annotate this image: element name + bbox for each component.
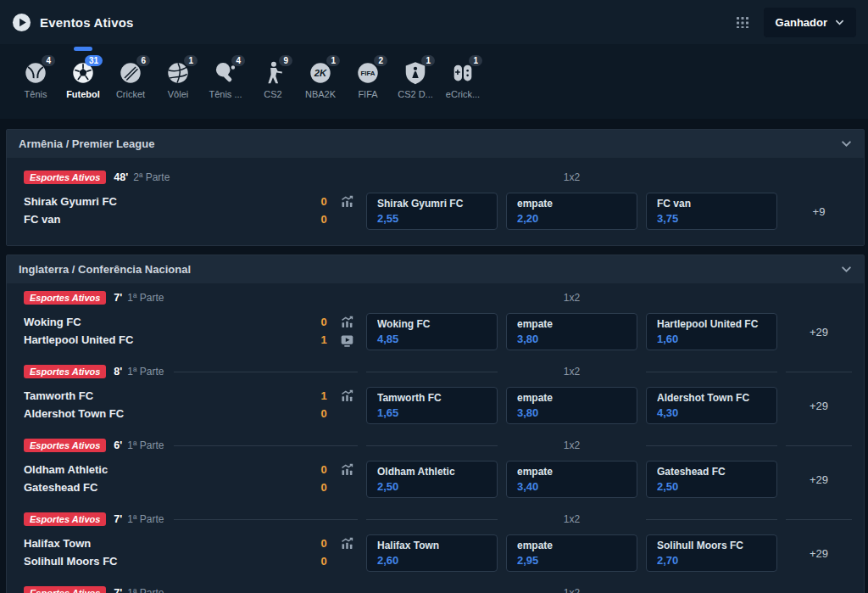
stats-icon[interactable] — [340, 536, 354, 551]
league-header[interactable]: Armênia / Premier League — [7, 130, 864, 158]
more-markets-count[interactable]: +29 — [786, 313, 852, 350]
sports-bar: 4 Tênis 31 Futebol 6 Cricket 1 Vôlei 4 T… — [0, 44, 868, 119]
odds-button-home[interactable]: Shirak Gyumri FC 2,55 — [366, 193, 498, 230]
away-team-name: Aldershot Town FC — [24, 405, 310, 422]
sport-label: Vôlei — [168, 89, 188, 99]
sport-tab-tennis[interactable]: 4 Tênis — [12, 44, 59, 119]
odds-value: 1,65 — [377, 406, 487, 419]
live-badge: Esportes Ativos — [24, 171, 106, 184]
sport-count-badge: 1 — [184, 55, 198, 66]
odds-label: Solihull Moors FC — [657, 540, 766, 551]
stats-icon[interactable] — [340, 194, 354, 209]
more-markets-count[interactable]: +29 — [786, 461, 852, 498]
home-team-name: Tamworth FC — [24, 387, 310, 405]
sport-tab-nba2k[interactable]: 2K 1 NBA2K — [297, 44, 344, 119]
svg-text:FIFA: FIFA — [360, 70, 375, 77]
match-teams[interactable]: Oldham Athletic Gateshead FC 0 0 — [24, 461, 358, 498]
more-markets-count[interactable]: +29 — [786, 534, 852, 572]
active-sport-indicator — [74, 47, 92, 51]
match-teams[interactable]: Woking FC Hartlepool United FC 0 1 — [24, 313, 358, 350]
chevron-down-icon[interactable] — [841, 264, 852, 275]
away-team-name: FC van — [24, 210, 310, 228]
home-score: 0 — [317, 313, 331, 331]
events-list: Armênia / Premier League Esportes Ativos… — [0, 119, 868, 593]
match-teams[interactable]: Shirak Gyumri FC FC van 0 0 — [24, 193, 358, 230]
divider-line — [786, 372, 852, 372]
sport-tab-cs2[interactable]: 9 CS2 — [249, 44, 297, 119]
odds-value: 1,60 — [657, 333, 766, 345]
odds-button-away[interactable]: Aldershot Town FC 4,30 — [646, 387, 777, 424]
odds-button-away[interactable]: Gateshead FC 2,50 — [646, 461, 777, 498]
match-period: 1ª Parte — [127, 587, 164, 593]
league-title: Inglaterra / Conferência Nacional — [19, 263, 191, 276]
odds-label: Aldershot Town FC — [657, 392, 766, 404]
match-teams[interactable]: Tamworth FC Aldershot Town FC 1 0 — [24, 387, 358, 424]
odds-label: empate — [517, 392, 626, 404]
match-period: 1ª Parte — [127, 513, 164, 525]
odds-value: 3,40 — [517, 480, 626, 493]
live-badge: Esportes Ativos — [24, 291, 106, 305]
sport-tab-soccer[interactable]: 31 Futebol — [59, 44, 107, 119]
match-row: Esportes Ativos 7' 1ª Parte 1x2 Halifax … — [7, 505, 864, 579]
odds-button-draw[interactable]: empate 3,80 — [506, 387, 637, 424]
live-badge: Esportes Ativos — [24, 439, 106, 452]
match-time: 48' — [114, 171, 128, 183]
odds-value: 4,85 — [377, 333, 487, 345]
odds-value: 2,60 — [377, 554, 487, 567]
more-markets-count[interactable]: +29 — [786, 387, 852, 424]
market-label: 1x2 — [506, 363, 637, 380]
away-score: 0 — [317, 552, 331, 570]
market-selector-button[interactable]: Ganhador — [764, 8, 856, 37]
odds-button-away[interactable]: Solihull Moors FC 2,70 — [646, 534, 777, 572]
sport-tab-e-cricket[interactable]: 1 eCrick... — [439, 44, 487, 119]
odds-button-home[interactable]: Tamworth FC 1,65 — [366, 387, 498, 424]
divider-line — [366, 445, 498, 446]
odds-button-away[interactable]: Hartlepool United FC 1,60 — [646, 313, 777, 350]
home-score: 0 — [317, 193, 331, 210]
odds-value: 3,80 — [517, 406, 626, 419]
stats-icon[interactable] — [340, 389, 354, 403]
odds-button-draw[interactable]: empate 2,95 — [506, 534, 637, 572]
odds-button-home[interactable]: Oldham Athletic 2,50 — [366, 461, 498, 498]
home-team-name: Woking FC — [24, 313, 310, 331]
sport-count-badge: 9 — [279, 55, 292, 66]
odds-button-draw[interactable]: empate 3,80 — [506, 313, 637, 350]
away-score: 0 — [317, 405, 331, 422]
chevron-down-icon[interactable] — [841, 138, 852, 149]
league-header[interactable]: Inglaterra / Conferência Nacional — [7, 255, 864, 283]
sport-label: FIFA — [358, 89, 377, 99]
markets-grid-icon[interactable] — [737, 16, 748, 28]
more-markets-count[interactable]: +9 — [786, 193, 852, 230]
sport-count-badge: 1 — [469, 55, 482, 66]
sport-tab-volleyball[interactable]: 1 Vôlei — [154, 44, 202, 119]
match-teams[interactable]: Halifax Town Solihull Moors FC 0 0 — [24, 534, 358, 572]
sport-tab-fifa[interactable]: FIFA 2 FIFA — [344, 44, 392, 119]
odds-button-home[interactable]: Woking FC 4,85 — [366, 313, 498, 350]
away-team-name: Solihull Moors FC — [24, 552, 310, 570]
odds-button-home[interactable]: Halifax Town 2,60 — [366, 534, 498, 572]
odds-label: empate — [517, 466, 626, 478]
match-row: Esportes Ativos 7' 1ª Parte 1x2 Woking F… — [7, 283, 864, 357]
odds-button-draw[interactable]: empate 3,40 — [506, 461, 637, 498]
divider-line — [366, 519, 498, 520]
divider-line — [646, 372, 777, 372]
stats-icon[interactable] — [340, 315, 354, 329]
odds-button-draw[interactable]: empate 2,20 — [506, 193, 637, 230]
match-period: 1ª Parte — [127, 439, 164, 451]
odds-value: 2,50 — [377, 480, 487, 493]
odds-button-away[interactable]: FC van 3,75 — [646, 193, 777, 230]
sport-label: Cricket — [116, 89, 145, 99]
home-score: 0 — [317, 534, 331, 552]
video-icon[interactable] — [340, 333, 354, 348]
home-team-name: Oldham Athletic — [24, 461, 310, 478]
market-label: 1x2 — [506, 585, 637, 593]
sport-tab-cricket[interactable]: 6 Cricket — [107, 44, 154, 119]
sport-label: CS2 — [264, 89, 281, 99]
sport-label: Tênis ... — [209, 89, 242, 99]
sport-count-badge: 31 — [85, 55, 103, 66]
odds-label: Halifax Town — [377, 540, 487, 551]
sport-tab-table-tennis[interactable]: 4 Tênis ... — [202, 44, 249, 119]
stats-icon[interactable] — [340, 462, 354, 477]
sport-tab-cs2-danger[interactable]: 1 CS2 D... — [392, 44, 439, 119]
home-score: 0 — [317, 461, 331, 478]
